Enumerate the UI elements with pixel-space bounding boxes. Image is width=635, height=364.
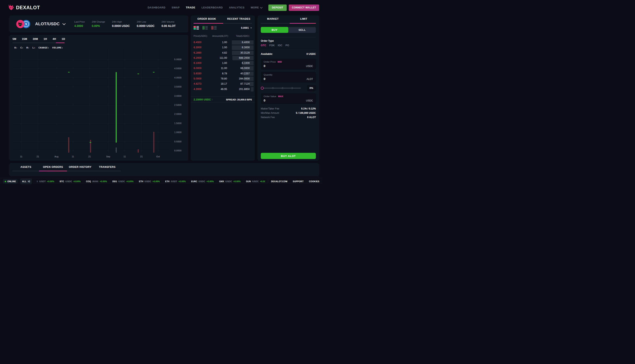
timeframe-1d[interactable]: 1D (62, 38, 65, 40)
price-grouping-dropdown[interactable]: 0.0001 (241, 26, 252, 29)
order-value-field[interactable]: Order Value MAX 0 USDC (261, 93, 316, 104)
order-value-input[interactable]: 0 (264, 98, 265, 102)
order-price-field[interactable]: Order Price MID 0 USDC (261, 59, 316, 70)
tab-market[interactable]: MARKET (258, 18, 288, 20)
candle-doji (138, 74, 139, 74)
buy-tab[interactable]: BUY (261, 27, 288, 33)
order-book-row[interactable]: 4.827318.1787.7120 (192, 81, 254, 86)
ticker-pair-coq-avax[interactable]: COQ/AVAX+0.00% (86, 180, 107, 182)
mid-button[interactable]: MID (278, 60, 282, 63)
order-book-row[interactable]: 6.10001.006.1000 (192, 60, 254, 66)
footer-link-cookies[interactable]: COOKIES (309, 180, 319, 182)
timeframe-4h[interactable]: 4H (53, 38, 56, 40)
gridline-h (12, 96, 171, 96)
y-axis-tick: 4.5000 (174, 67, 187, 70)
quantity-slider[interactable] (262, 88, 301, 88)
y-axis-tick: 1.0000 (174, 131, 187, 134)
buy-alot-button[interactable]: BUY ALOT (261, 153, 316, 159)
ask-amount: 4.82 (222, 51, 227, 54)
order-type-gtc[interactable]: GTC (261, 44, 266, 47)
order-type-label: Order Type (261, 40, 274, 42)
order-book-row[interactable]: 6.30001.006.3000 (192, 45, 254, 50)
buys-view-icon[interactable] (202, 26, 208, 30)
bottom-tabs-panel: ASSETSOPEN ORDERSORDER HISTORYTRANSFERS (9, 163, 319, 176)
footer-link-dexalot-com[interactable]: DEXALOT.COM (271, 180, 288, 182)
order-type-fok[interactable]: FOK (269, 44, 275, 47)
pair-filter-pill[interactable]: ALL (20, 178, 32, 184)
ticker-pair-eurc-usdc[interactable]: EURC/USDC+0.00% (191, 180, 214, 182)
timeframe-5m[interactable]: 5M (13, 38, 16, 40)
quantity-field[interactable]: Quantity 0 ALOT (261, 72, 316, 82)
nav-item-analytics[interactable]: ANALYTICS (229, 6, 245, 9)
candle-doji (153, 72, 155, 72)
timeframe-15m[interactable]: 15M (22, 38, 27, 40)
pair-selector-chevron-icon[interactable] (63, 22, 66, 25)
tab-recent-trades[interactable]: RECENT TRADES (223, 18, 255, 20)
ticker-pair-btc-usdc[interactable]: BTC/USDC+0.00% (60, 180, 81, 182)
nav-item-trade[interactable]: TRADE (186, 6, 195, 9)
candlestick-chart[interactable]: 5.00004.50004.00003.50003.00002.50002.00… (12, 49, 188, 157)
pair-stat-24h-high: 24H High0.0000 USDC (112, 20, 130, 28)
tab-order-book[interactable]: ORDER BOOK (191, 18, 223, 20)
available-row: Available: 0 USDC (261, 52, 316, 56)
nav-item-more[interactable]: MORE (251, 6, 262, 9)
order-book-row[interactable]: 6.2000111.00688.2000 (192, 56, 254, 60)
ticker-pair-x-usdt[interactable]: X/USDT+0.00% (37, 180, 54, 182)
deposit-button[interactable]: DEPOSIT (268, 4, 287, 11)
order-book-row[interactable]: 6.28904.8230.3129 (192, 50, 254, 56)
ask-total: 6.1000 (242, 62, 250, 64)
sells-view-icon[interactable] (211, 26, 217, 30)
nav-item-leaderboard[interactable]: LEADERBOARD (201, 6, 223, 9)
slider-stop-50[interactable] (282, 87, 284, 89)
connect-wallet-button[interactable]: CONNECT WALLET (289, 4, 319, 11)
ohlc-label: VOLUME: (52, 46, 63, 49)
slider-stop-25[interactable] (272, 87, 274, 89)
footer-link-support[interactable]: SUPPORT (293, 180, 304, 182)
pair-name[interactable]: ALOT/USDC (35, 22, 60, 26)
sliders-filter-icon (28, 180, 30, 183)
bottom-tab-order-history[interactable]: ORDER HISTORY (67, 166, 94, 168)
nav-item-dashboard[interactable]: DASHBOARD (148, 6, 165, 9)
order-book-row[interactable]: 5.93306.7840.2257 (192, 71, 254, 76)
pair-header-panel: $ ALOT/USDC Last Price4.300024H Change0.… (9, 16, 188, 32)
ohlc-label: O: (15, 46, 18, 49)
order-type-po[interactable]: PO (285, 44, 289, 47)
ticker-pair-deg-usdc[interactable]: DEG/USDC+0.00% (112, 180, 134, 182)
x-axis-tick: Aug (52, 155, 61, 158)
ticker-quote: /USDT (39, 180, 46, 182)
ask-amount: 46.95 (221, 88, 227, 90)
ticker-pair-eth-usdc[interactable]: ETH/USDC+0.00% (139, 180, 160, 182)
ask-price: 4.3000 (194, 88, 201, 90)
order-type-ioc[interactable]: IOC (278, 44, 282, 47)
timeframe-1h[interactable]: 1H (44, 38, 47, 40)
order-book-row[interactable]: 6.000011.0066.0000 (192, 66, 254, 71)
stat-label: 24H Change (92, 20, 105, 23)
ticker-pair-eth-usdt[interactable]: ETH/USDT+0.00% (165, 180, 186, 182)
ticker-pair-gmx-usdc[interactable]: GMX/USDC+0.00% (219, 180, 241, 182)
stat-value: 0.0000 USDC (112, 24, 130, 28)
slider-thumb[interactable] (261, 87, 264, 90)
ticker-pair-gun-usdc[interactable]: GUN/USDC+0.00% (246, 180, 265, 182)
order-book-row[interactable]: 5.000078.80394.0000 (192, 76, 254, 81)
fee-info: Maker/Taker Fee0.1% / 0.12%Min/Max Amoun… (261, 107, 316, 120)
x-axis-tick: 21 (137, 155, 146, 158)
sell-tab[interactable]: SELL (288, 27, 316, 33)
tab-limit[interactable]: LIMIT (288, 18, 319, 20)
max-button[interactable]: MAX (278, 95, 283, 98)
fee-row: Maker/Taker Fee0.1% / 0.12% (261, 107, 316, 112)
nav-item-swap[interactable]: SWAP (172, 6, 180, 9)
bottom-tab-open-orders[interactable]: OPEN ORDERS (40, 166, 67, 168)
order-book-row[interactable]: 4.300046.95201.8850 (192, 87, 254, 92)
both-sides-view-icon[interactable] (194, 26, 199, 30)
y-axis-tick: 4.0000 (174, 76, 187, 79)
timeframe-30m[interactable]: 30M (33, 38, 38, 40)
bottom-tab-assets[interactable]: ASSETS (12, 166, 40, 168)
logo[interactable]: DEXALOT (8, 4, 40, 11)
order-price-input[interactable]: 0 (264, 64, 265, 68)
slider-stop-75[interactable] (291, 87, 293, 89)
bottom-tab-transfers[interactable]: TRANSFERS (94, 166, 121, 168)
quantity-input[interactable]: 0 (264, 77, 265, 80)
order-book-row[interactable]: 6.40001.006.4000 (192, 40, 254, 45)
fee-value: 0 ALOT (307, 116, 316, 120)
order-book-active-indicator (194, 23, 223, 24)
